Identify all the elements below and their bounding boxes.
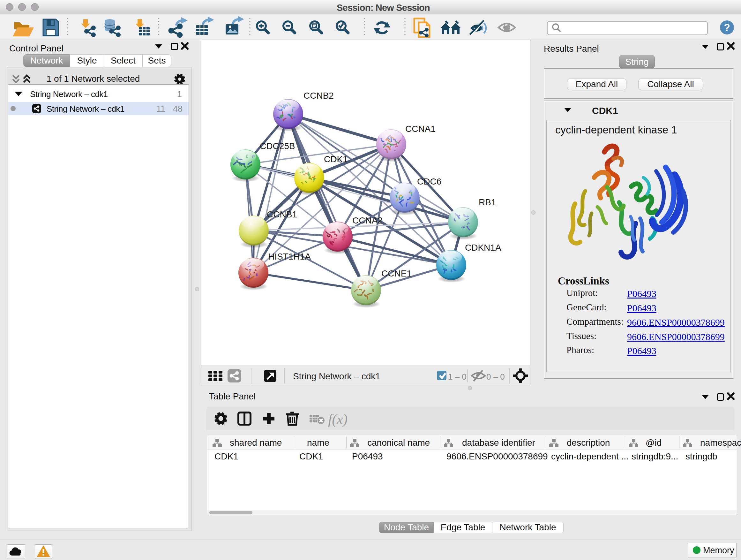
svg-text:CCNA1: CCNA1 [405,124,435,134]
svg-text:HIST1H1A: HIST1H1A [268,252,311,261]
svg-text:CDKN1A: CDKN1A [465,243,501,253]
svg-text:RB1: RB1 [479,197,496,207]
svg-text:CCNB2: CCNB2 [304,91,334,101]
svg-text:CCNE1: CCNE1 [381,268,412,278]
svg-text:CCNB1: CCNB1 [267,209,297,219]
svg-text:CDC25B: CDC25B [260,141,295,151]
svg-text:CDC6: CDC6 [417,177,441,186]
svg-text:?: ? [724,22,730,33]
svg-text:CDK1: CDK1 [324,154,348,164]
svg-text:CCNA2: CCNA2 [352,215,383,226]
